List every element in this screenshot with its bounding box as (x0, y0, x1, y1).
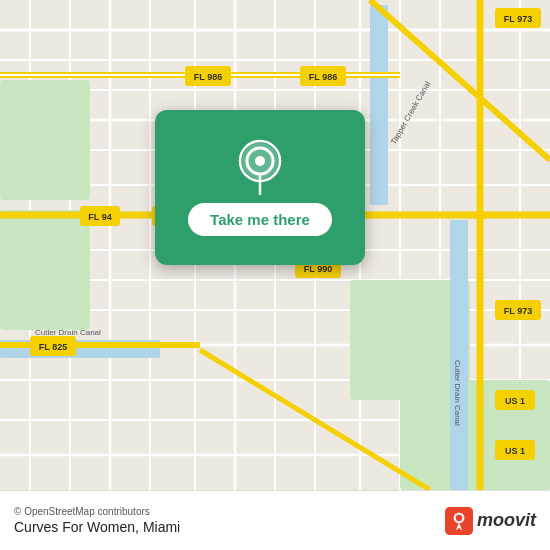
svg-text:US 1: US 1 (505, 446, 525, 456)
svg-text:FL 986: FL 986 (194, 72, 222, 82)
location-name: Curves For Women, Miami (14, 519, 180, 535)
bottom-left: © OpenStreetMap contributors Curves For … (14, 506, 180, 535)
svg-rect-34 (450, 220, 468, 490)
svg-text:FL 973: FL 973 (504, 14, 532, 24)
moovit-label: moovit (477, 510, 536, 531)
location-card: Take me there (155, 110, 365, 265)
svg-text:FL 986: FL 986 (309, 72, 337, 82)
svg-text:US 1: US 1 (505, 396, 525, 406)
map-container: FL 973 FL 986 FL 986 FL 94 FL 94 FL 990 … (0, 0, 550, 490)
moovit-logo[interactable]: moovit (445, 507, 536, 535)
svg-text:Cutler Drain Canal: Cutler Drain Canal (453, 360, 462, 426)
svg-rect-33 (370, 5, 388, 205)
bottom-bar: © OpenStreetMap contributors Curves For … (0, 490, 550, 550)
take-me-there-button[interactable]: Take me there (188, 203, 332, 236)
svg-text:FL 94: FL 94 (88, 212, 111, 222)
svg-text:FL 990: FL 990 (304, 264, 332, 274)
svg-text:FL 825: FL 825 (39, 342, 67, 352)
svg-rect-28 (0, 80, 90, 200)
moovit-icon (445, 507, 473, 535)
svg-point-71 (456, 514, 462, 520)
svg-text:Cutler Drain Canal: Cutler Drain Canal (35, 328, 101, 337)
svg-text:FL 973: FL 973 (504, 306, 532, 316)
location-pin-icon (236, 139, 284, 195)
osm-attribution: © OpenStreetMap contributors (14, 506, 180, 517)
svg-point-67 (255, 156, 265, 166)
svg-rect-29 (0, 210, 90, 330)
